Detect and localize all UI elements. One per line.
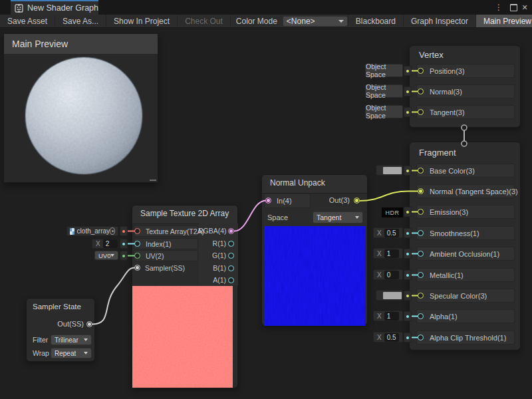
save-as-button[interactable]: Save As... [55,15,106,27]
value-field[interactable]: 2 [103,239,118,248]
port-normal[interactable] [418,88,424,94]
blackboard-button[interactable]: Blackboard [348,15,404,27]
uv-channel-dropdown[interactable]: UV0 [94,251,118,260]
object-space-tag[interactable]: Object Space [365,64,403,77]
port-g-out[interactable] [228,253,234,259]
port-normal-unpack-out[interactable] [354,198,360,203]
normal-unpack-preview [264,226,365,326]
texture-array-field[interactable]: cloth_array [66,226,118,236]
port-base-color[interactable] [418,168,424,174]
uv-channel-value: UV0 [98,252,110,259]
save-asset-button[interactable]: Save Asset [0,15,55,27]
port-sampler-in[interactable] [134,265,140,271]
port-rgba-out[interactable] [228,228,234,234]
port-label: In(4) [277,197,292,205]
fragment-slot-alpha-clip: Alpha Clip Threshold(1) [416,331,515,344]
port-label: UV(2) [146,252,164,260]
vertex-slot-normal: Normal(3) [416,84,515,98]
port-normal-tangent-space[interactable] [418,188,424,194]
graph-inspector-button[interactable]: Graph Inspector [404,15,476,27]
x-label: X [377,271,382,279]
fragment-slot-alpha: Alpha(1) [416,309,515,323]
main-preview-button[interactable]: Main Preview [476,15,532,27]
vertex-slot-position: Position(3) [416,64,515,78]
port-specular-color[interactable] [418,293,424,299]
space-label: Space [267,213,288,221]
specular-color-swatch[interactable] [376,290,403,301]
chevron-down-icon [84,352,88,354]
port-r-out[interactable] [228,241,234,247]
chevron-down-icon [355,216,359,219]
x-label: X [377,250,382,257]
port-label: Base Color(3) [430,167,475,175]
port-emission[interactable] [418,209,424,215]
fragment-slot-metallic: Metallic(1) [416,268,515,282]
port-label: Out(SS) [44,320,84,328]
color-mode-dropdown[interactable]: <None> [283,16,348,27]
port-label: A(1) [198,276,226,284]
title-bar: New Shader Graph ⋮ ✕ [0,0,532,15]
port-tangent[interactable] [418,109,424,115]
main-preview-panel[interactable]: Main Preview [3,33,158,183]
alpha-field[interactable]: X1 [373,311,403,321]
port-sampler-state-out[interactable] [86,321,92,327]
menu-kebab-icon[interactable]: ⋮ [493,0,504,15]
value-field[interactable]: 0.5 [384,229,399,237]
connector-stub [404,207,412,217]
main-preview-title: Main Preview [12,39,68,49]
port-alpha[interactable] [418,313,424,319]
port-texture-array-in[interactable] [134,228,140,234]
port-alpha-clip-threshold[interactable] [418,334,424,340]
base-color-swatch[interactable] [376,165,403,176]
port-position[interactable] [418,68,424,74]
port-a-out[interactable] [228,277,234,283]
main-preview-header[interactable]: Main Preview [4,34,158,54]
connector-stub [404,66,412,76]
port-label: Texture Array(T2A) [146,227,204,235]
port-label: G(1) [198,251,226,259]
filter-dropdown[interactable]: Trilinear [51,334,92,345]
chevron-down-icon [84,338,88,341]
fragment-slot-base-color: Base Color(3) [416,164,515,178]
port-metallic[interactable] [418,272,424,278]
port-label: Alpha Clip Threshold(1) [430,334,506,342]
sample-node-title: Sample Texture 2D Array [140,209,229,218]
emission-hdr-field[interactable]: HDR [381,207,404,218]
chevron-down-icon [110,254,114,257]
port-label: Specular Color(3) [430,292,487,300]
object-picker-icon[interactable] [110,227,115,235]
color-mode-label: Color Mode [231,15,283,27]
metallic-field[interactable]: X0 [373,269,403,280]
space-dropdown[interactable]: Tangent [313,211,363,223]
port-b-out[interactable] [228,265,234,271]
value-field[interactable]: 0.5 [384,333,399,342]
port-ambient-occlusion[interactable] [418,251,424,257]
port-smoothness[interactable] [418,230,424,236]
smoothness-field[interactable]: X0.5 [373,227,403,238]
port-index-in[interactable] [134,241,140,247]
color-swatch [383,292,402,299]
sample-slot-texture-array: Texture Array(T2A) [134,225,198,237]
value-field[interactable]: 1 [384,249,399,258]
value-field[interactable]: 0 [384,271,399,279]
value-field[interactable]: 1 [384,312,399,321]
alpha-clip-field[interactable]: X0.5 [373,332,403,342]
filter-value: Trilinear [55,336,78,344]
connector-stub [404,166,412,176]
object-space-tag[interactable]: Object Space [365,105,403,118]
maximize-icon[interactable] [507,0,519,15]
wrap-dropdown[interactable]: Repeat [51,348,92,358]
show-in-project-button[interactable]: Show In Project [106,15,178,27]
port-label: Index(1) [146,240,172,248]
port-label: RGBA(4) [198,227,226,235]
index-field[interactable]: X2 [92,239,118,249]
fragment-slot-smoothness: Smoothness(1) [416,226,515,240]
tab-new-shader-graph[interactable]: New Shader Graph [11,0,98,15]
ambient-occlusion-field[interactable]: X1 [373,248,403,259]
panel-resize-handle[interactable] [150,180,156,181]
object-space-tag[interactable]: Object Space [365,84,403,98]
port-uv-in[interactable] [134,253,140,259]
port-label: Emission(3) [430,208,468,216]
port-normal-unpack-in[interactable] [265,198,271,203]
close-icon[interactable]: ✕ [519,0,530,15]
